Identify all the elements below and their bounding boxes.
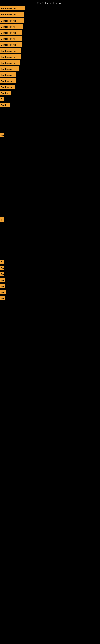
bar-label-13: Bottleneck xyxy=(0,84,15,89)
bar-item-15: B xyxy=(0,96,3,102)
bar-label-23: Bott xyxy=(0,284,5,288)
bar-item-17: Bo xyxy=(0,133,4,138)
bar-item-3: Bottleneck re xyxy=(0,24,23,30)
bar-item-18: B xyxy=(0,217,3,222)
bar-item-20: Bo xyxy=(0,266,4,271)
bar-item-24: Bott xyxy=(0,290,6,295)
bar-label-22: Bo xyxy=(0,278,5,282)
bar-label-24: Bott xyxy=(0,290,6,294)
bar-item-6: Bottleneck res xyxy=(0,42,22,48)
bar-label-17: Bo xyxy=(0,133,4,137)
bar-label-2: Bottleneck res xyxy=(0,18,24,22)
bar-label-8: Bottleneck re xyxy=(0,54,21,59)
bar-label-19: B xyxy=(0,260,3,264)
bar-item-1: Bottleneck res xyxy=(0,12,24,17)
bar-label-21: Bo xyxy=(0,272,4,276)
bar-label-20: Bo xyxy=(0,266,4,270)
bar-item-21: Bo xyxy=(0,272,4,277)
bar-item-11: Bottleneck xyxy=(0,72,16,78)
bar-item-7: Bottleneck res xyxy=(0,48,21,54)
bar-label-4: Bottleneck res xyxy=(0,30,22,34)
bar-item-19: B xyxy=(0,260,3,265)
bar-item-2: Bottleneck res xyxy=(0,18,24,23)
bar-label-0: Bottleneck res xyxy=(0,6,25,10)
bar-item-9: Bottleneck re xyxy=(0,60,20,66)
bar-item-10: Bottleneck r xyxy=(0,66,19,72)
bar-label-11: Bottleneck xyxy=(0,72,16,77)
bar-label-18: B xyxy=(0,217,3,222)
bar-item-25: Bo xyxy=(0,296,5,301)
vertical-line-1 xyxy=(1,109,1,129)
bar-item-5: Bottleneck re xyxy=(0,36,22,42)
bar-item-0: Bottleneck res xyxy=(0,6,25,11)
bar-label-12: Bottleneck c xyxy=(0,78,16,83)
bar-label-5: Bottleneck re xyxy=(0,36,22,41)
bar-item-23: Bott xyxy=(0,284,5,289)
bar-label-6: Bottleneck res xyxy=(0,42,22,47)
bar-item-22: Bo xyxy=(0,278,5,283)
bar-label-15: B xyxy=(0,96,3,101)
bar-item-8: Bottleneck re xyxy=(0,54,21,60)
bar-label-9: Bottleneck re xyxy=(0,60,20,65)
bar-label-7: Bottleneck res xyxy=(0,48,21,53)
bar-item-14: Bottlen xyxy=(0,90,11,96)
bar-item-12: Bottleneck c xyxy=(0,78,16,84)
bar-label-14: Bottlen xyxy=(0,90,11,95)
bar-label-10: Bottleneck r xyxy=(0,66,19,71)
bar-label-3: Bottleneck re xyxy=(0,24,23,28)
bar-label-1: Bottleneck res xyxy=(0,12,24,16)
bar-label-16: Bottl xyxy=(0,103,10,107)
bar-item-4: Bottleneck res xyxy=(0,30,22,36)
bar-item-16: Bottl xyxy=(0,103,10,108)
bar-label-25: Bo xyxy=(0,296,5,300)
bar-item-13: Bottleneck xyxy=(0,84,15,90)
